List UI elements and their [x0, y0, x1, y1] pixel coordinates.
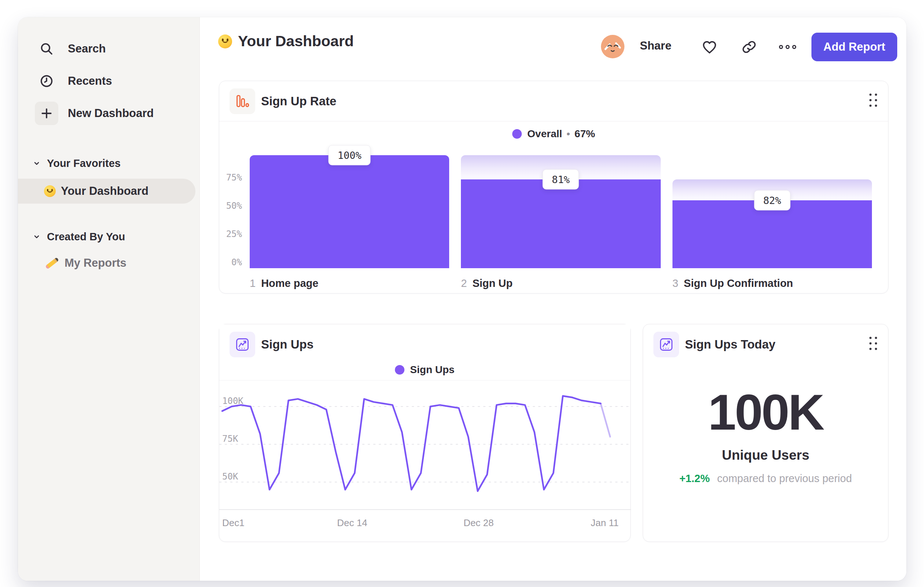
sidebar-item-label: Recents	[68, 74, 112, 88]
stat-label: Unique Users	[643, 448, 888, 463]
step-label: 3Sign Up Confirmation	[672, 277, 872, 289]
x-tick-label: Jan 11	[591, 517, 619, 529]
card-title: Sign Up Rate	[261, 94, 336, 108]
x-tick-label: Dec 14	[337, 517, 367, 529]
user-avatar[interactable]	[601, 35, 624, 58]
sign-ups-today-card: Sign Ups Today 100K Unique Users +1.2% c…	[643, 324, 888, 542]
legend-separator: •	[566, 128, 570, 140]
smiley-emoji-icon	[44, 185, 56, 197]
funnel-plot: 100% 81% 82%	[250, 155, 872, 268]
sidebar-item-label: My Reports	[64, 256, 127, 270]
heart-icon	[701, 38, 718, 56]
funnel-step-labels: 1Home page 2Sign Up 3Sign Up Confirmatio…	[250, 277, 872, 289]
stat-value: 100K	[643, 383, 888, 441]
value-tooltip: 82%	[754, 190, 790, 211]
smiley-emoji-icon	[218, 35, 232, 48]
sign-up-rate-card: Sign Up Rate Overall • 67% 75%50%25%0% 1…	[219, 81, 888, 293]
y-tick-label: 100K	[222, 395, 243, 407]
y-tick-label: 75%	[219, 172, 242, 184]
app-window: Search Recents New Dashboard	[18, 17, 906, 581]
dashboard-header: Your Dashboard Share	[200, 17, 906, 76]
chevron-down-icon	[32, 232, 42, 241]
line-chart-icon	[653, 332, 679, 357]
sidebar-item-label: Your Dashboard	[61, 185, 148, 198]
more-options-button[interactable]	[777, 37, 798, 58]
plus-icon	[35, 102, 58, 125]
funnel-bar-sign-up-confirmation[interactable]: 82%	[672, 155, 872, 268]
section-label: Your Favorites	[47, 157, 120, 169]
add-report-button[interactable]: Add Report	[812, 33, 897, 61]
share-button[interactable]: Share	[640, 39, 672, 53]
pencil-emoji-icon	[44, 261, 60, 265]
drag-handle[interactable]	[870, 337, 877, 350]
x-tick-label: Dec1	[222, 517, 244, 529]
card-title: Sign Ups Today	[685, 337, 776, 351]
section-your-favorites[interactable]: Your Favorites	[32, 152, 200, 174]
section-label: Created By You	[47, 231, 125, 243]
funnel-legend: Overall • 67%	[219, 128, 888, 140]
sidebar-item-new-dashboard[interactable]: New Dashboard	[18, 97, 200, 129]
legend-dot-icon	[395, 365, 404, 375]
step-label: 1Home page	[250, 277, 449, 289]
link-icon	[741, 39, 757, 56]
page-title: Your Dashboard	[238, 33, 354, 50]
favorite-button[interactable]	[699, 37, 720, 58]
sign-ups-card: Sign Ups Sign Ups 100K75K50K Dec1Dec 14D…	[219, 324, 631, 542]
step-label: 2Sign Up	[461, 277, 660, 289]
chevron-down-icon	[32, 159, 42, 168]
stat-delta: +1.2% compared to previous period	[643, 473, 888, 484]
delta-note: compared to previous period	[717, 473, 852, 484]
sidebar-item-recents[interactable]: Recents	[18, 65, 200, 97]
legend-dot-icon	[512, 129, 522, 139]
clock-icon	[35, 69, 58, 93]
delta-percent: +1.2%	[680, 473, 710, 484]
search-icon	[35, 37, 58, 61]
card-header: Sign Up Rate	[219, 81, 888, 121]
ellipsis-icon	[778, 44, 797, 51]
y-tick-label: 25%	[219, 228, 242, 240]
sidebar-item-search[interactable]: Search	[18, 33, 200, 65]
line-legend: Sign Ups	[219, 364, 630, 376]
divider	[219, 380, 630, 380]
y-tick-label: 0%	[219, 256, 242, 268]
y-tick-label: 50K	[222, 471, 238, 483]
x-tick-label: Dec 28	[464, 517, 493, 529]
funnel-bar-sign-up[interactable]: 81%	[461, 155, 660, 268]
card-title: Sign Ups	[261, 337, 314, 351]
section-created-by-you[interactable]: Created By You	[32, 226, 200, 248]
sidebar-item-your-dashboard[interactable]: Your Dashboard	[18, 179, 195, 203]
value-tooltip: 100%	[328, 145, 371, 165]
sidebar-item-my-reports[interactable]: My Reports	[18, 251, 200, 276]
funnel-bar-home-page[interactable]: 100%	[250, 155, 449, 268]
sidebar-item-label: New Dashboard	[68, 107, 153, 120]
value-tooltip: 81%	[543, 169, 579, 190]
y-tick-label: 75K	[222, 433, 238, 445]
drag-handle[interactable]	[870, 94, 877, 107]
sidebar-item-label: Search	[68, 42, 106, 55]
page-title-wrap: Your Dashboard	[218, 33, 354, 50]
sidebar: Search Recents New Dashboard	[18, 17, 200, 581]
y-tick-label: 50%	[219, 200, 242, 212]
copy-link-button[interactable]	[739, 37, 759, 58]
funnel-chart-icon	[229, 88, 255, 114]
line-chart-icon	[229, 332, 255, 357]
main-content: Your Dashboard Share	[200, 17, 906, 581]
card-header: Sign Ups Today	[643, 324, 888, 365]
legend-value: 67%	[574, 128, 595, 140]
card-header: Sign Ups	[219, 324, 630, 365]
legend-series: Sign Ups	[410, 364, 454, 376]
legend-series: Overall	[527, 128, 562, 140]
